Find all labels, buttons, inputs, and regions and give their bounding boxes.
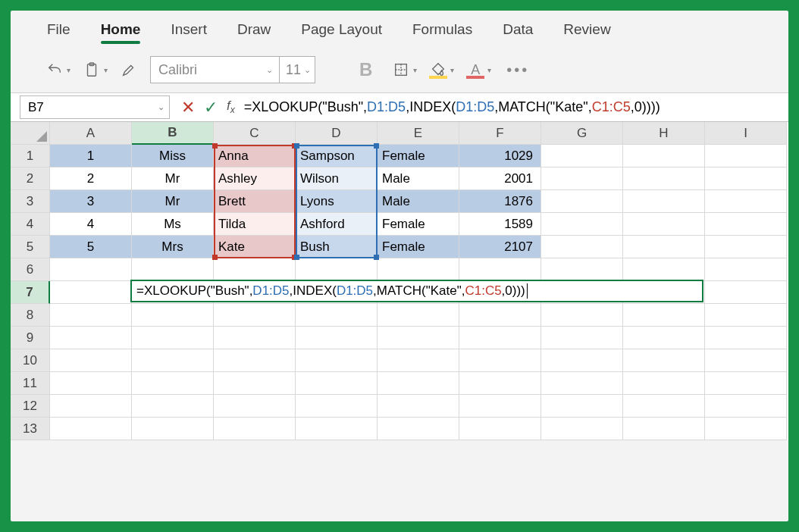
cell-B3[interactable]: Mr (132, 190, 214, 213)
cell-I10[interactable] (705, 349, 787, 372)
cell-A5[interactable]: 5 (50, 236, 132, 258)
cell-A6[interactable] (50, 258, 132, 281)
cell-G13[interactable] (541, 418, 623, 440)
cell-D10[interactable] (296, 349, 378, 372)
cell-C4[interactable]: Tilda (214, 213, 296, 236)
column-header-h[interactable]: H (623, 122, 705, 145)
cell-G6[interactable] (541, 258, 623, 281)
row-header-2[interactable]: 2 (11, 167, 50, 190)
tab-file[interactable]: File (47, 21, 70, 42)
column-header-i[interactable]: I (705, 122, 787, 145)
font-name-dropdown[interactable]: Calibri ⌄ (151, 57, 280, 83)
cell-G10[interactable] (541, 349, 623, 372)
cell-A12[interactable] (50, 395, 132, 418)
cell-I9[interactable] (705, 327, 787, 349)
cell-H10[interactable] (623, 349, 705, 372)
cancel-formula-button[interactable]: ✕ (181, 98, 195, 117)
cell-E13[interactable] (378, 418, 459, 440)
tab-formulas[interactable]: Formulas (412, 21, 472, 42)
cell-G5[interactable] (541, 236, 623, 258)
column-header-b[interactable]: B (132, 122, 214, 145)
cell-I1[interactable] (705, 145, 787, 167)
cell-C2[interactable]: Ashley (214, 167, 296, 190)
cell-B7[interactable]: =XLOOKUP("Bush",D1:D5,INDEX(D1:D5,MATCH(… (132, 281, 214, 304)
cell-C8[interactable] (214, 304, 296, 327)
cell-A13[interactable] (50, 418, 132, 440)
cell-G4[interactable] (541, 213, 623, 236)
cell-H13[interactable] (623, 418, 705, 440)
cell-H11[interactable] (623, 372, 705, 395)
tab-home[interactable]: Home (101, 21, 141, 42)
row-header-13[interactable]: 13 (11, 418, 50, 440)
cell-E4[interactable]: Female (378, 213, 459, 236)
cell-C9[interactable] (214, 327, 296, 349)
row-header-12[interactable]: 12 (11, 395, 50, 418)
column-header-c[interactable]: C (214, 122, 296, 145)
row-header-1[interactable]: 1 (11, 145, 50, 167)
worksheet-grid[interactable]: ABCDEFGHI11MissAnnaSampsonFemale102922Mr… (11, 122, 788, 440)
cell-F5[interactable]: 2107 (459, 236, 541, 258)
paste-button[interactable]: ▾ (81, 59, 108, 80)
cell-H2[interactable] (623, 167, 705, 190)
column-header-f[interactable]: F (459, 122, 541, 145)
cell-H4[interactable] (623, 213, 705, 236)
fx-icon[interactable]: fx (227, 99, 235, 115)
cell-H12[interactable] (623, 395, 705, 418)
cell-D9[interactable] (296, 327, 378, 349)
cell-E11[interactable] (378, 372, 459, 395)
select-all-corner[interactable] (11, 122, 50, 145)
tab-data[interactable]: Data (503, 21, 533, 42)
cell-D4[interactable]: Ashford (296, 213, 378, 236)
cell-E5[interactable]: Female (378, 236, 459, 258)
font-color-button[interactable]: A ▾ (465, 59, 491, 80)
cell-E8[interactable] (378, 304, 459, 327)
fill-color-button[interactable]: ▾ (428, 59, 454, 80)
cell-D11[interactable] (296, 372, 378, 395)
cell-G12[interactable] (541, 395, 623, 418)
cell-E2[interactable]: Male (378, 167, 459, 190)
cell-I8[interactable] (705, 304, 787, 327)
cell-B13[interactable] (132, 418, 214, 440)
cell-E10[interactable] (378, 349, 459, 372)
cell-C5[interactable]: Kate (214, 236, 296, 258)
cell-D3[interactable]: Lyons (296, 190, 378, 213)
tab-insert[interactable]: Insert (171, 21, 207, 42)
cell-H5[interactable] (623, 236, 705, 258)
cell-D6[interactable] (296, 258, 378, 281)
cell-G1[interactable] (541, 145, 623, 167)
cell-E9[interactable] (378, 327, 459, 349)
row-header-11[interactable]: 11 (11, 372, 50, 395)
row-header-6[interactable]: 6 (11, 258, 50, 281)
font-size-dropdown[interactable]: 11 ⌄ (280, 57, 315, 83)
cell-E6[interactable] (378, 258, 459, 281)
cell-F2[interactable]: 2001 (459, 167, 541, 190)
cell-F12[interactable] (459, 395, 541, 418)
cell-E3[interactable]: Male (378, 190, 459, 213)
cell-F8[interactable] (459, 304, 541, 327)
cell-F11[interactable] (459, 372, 541, 395)
name-box[interactable]: B7 ⌄ (20, 95, 170, 119)
row-header-9[interactable]: 9 (11, 327, 50, 349)
accept-formula-button[interactable]: ✓ (204, 98, 218, 117)
cell-A2[interactable]: 2 (50, 167, 132, 190)
cell-H1[interactable] (623, 145, 705, 167)
formula-input[interactable]: =XLOOKUP("Bush",D1:D5,INDEX(D1:D5,MATCH(… (244, 93, 788, 121)
tab-page-layout[interactable]: Page Layout (301, 21, 382, 42)
cell-I4[interactable] (705, 213, 787, 236)
cell-A8[interactable] (50, 304, 132, 327)
cell-D12[interactable] (296, 395, 378, 418)
cell-I2[interactable] (705, 167, 787, 190)
cell-F3[interactable]: 1876 (459, 190, 541, 213)
cell-I13[interactable] (705, 418, 787, 440)
cell-F9[interactable] (459, 327, 541, 349)
cell-F10[interactable] (459, 349, 541, 372)
cell-G3[interactable] (541, 190, 623, 213)
row-header-10[interactable]: 10 (11, 349, 50, 372)
cell-B8[interactable] (132, 304, 214, 327)
cell-F4[interactable]: 1589 (459, 213, 541, 236)
cell-H6[interactable] (623, 258, 705, 281)
tab-draw[interactable]: Draw (237, 21, 271, 42)
cell-G11[interactable] (541, 372, 623, 395)
borders-button[interactable]: ▾ (390, 59, 417, 80)
cell-E1[interactable]: Female (378, 145, 459, 167)
